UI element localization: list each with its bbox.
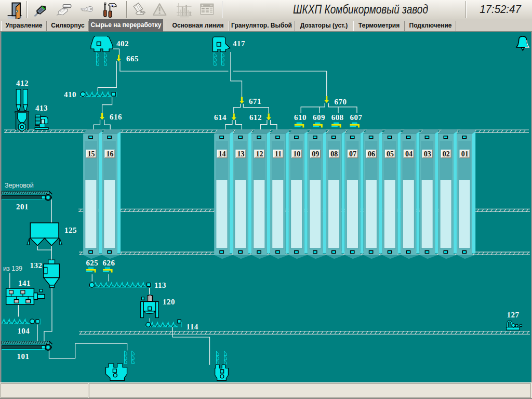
svg-text:09: 09 xyxy=(312,150,319,158)
svg-text:614: 614 xyxy=(214,113,227,122)
svg-text:607: 607 xyxy=(350,113,363,122)
svg-text:125: 125 xyxy=(64,226,77,234)
svg-text:Зерновой: Зерновой xyxy=(5,182,34,189)
svg-text:14: 14 xyxy=(219,150,226,158)
svg-text:127: 127 xyxy=(507,311,520,319)
svg-text:11: 11 xyxy=(275,150,282,158)
svg-text:665: 665 xyxy=(126,55,139,63)
svg-text:101: 101 xyxy=(17,352,30,361)
svg-text:417: 417 xyxy=(233,39,245,48)
svg-text:132: 132 xyxy=(30,261,43,270)
svg-text:201: 201 xyxy=(16,203,29,211)
svg-text:13: 13 xyxy=(237,150,245,158)
svg-text:616: 616 xyxy=(110,113,122,121)
svg-text:05: 05 xyxy=(387,150,394,158)
svg-text:114: 114 xyxy=(187,323,198,331)
svg-text:104: 104 xyxy=(17,327,30,335)
svg-text:113: 113 xyxy=(154,281,166,289)
svg-text:из 139: из 139 xyxy=(3,265,22,272)
svg-text:402: 402 xyxy=(116,39,129,48)
svg-text:07: 07 xyxy=(349,150,356,158)
svg-text:610: 610 xyxy=(294,113,307,122)
svg-text:04: 04 xyxy=(405,150,413,158)
svg-text:608: 608 xyxy=(331,113,344,122)
svg-text:141: 141 xyxy=(18,279,31,287)
svg-text:08: 08 xyxy=(330,150,338,158)
svg-text:626: 626 xyxy=(103,259,115,267)
svg-text:609: 609 xyxy=(313,113,325,122)
svg-text:12: 12 xyxy=(256,150,263,158)
svg-text:625: 625 xyxy=(86,259,98,267)
svg-text:10: 10 xyxy=(293,150,300,158)
svg-text:671: 671 xyxy=(249,97,261,105)
svg-text:612: 612 xyxy=(249,113,262,122)
svg-text:03: 03 xyxy=(424,150,431,158)
svg-text:01: 01 xyxy=(461,150,469,158)
svg-text:16: 16 xyxy=(107,150,114,158)
svg-text:120: 120 xyxy=(163,298,175,306)
svg-text:02: 02 xyxy=(443,150,450,158)
svg-text:412: 412 xyxy=(16,79,29,87)
svg-text:670: 670 xyxy=(335,98,347,106)
svg-text:06: 06 xyxy=(368,150,375,158)
svg-text:410: 410 xyxy=(64,90,76,99)
svg-text:15: 15 xyxy=(88,150,95,158)
svg-text:413: 413 xyxy=(35,104,48,112)
